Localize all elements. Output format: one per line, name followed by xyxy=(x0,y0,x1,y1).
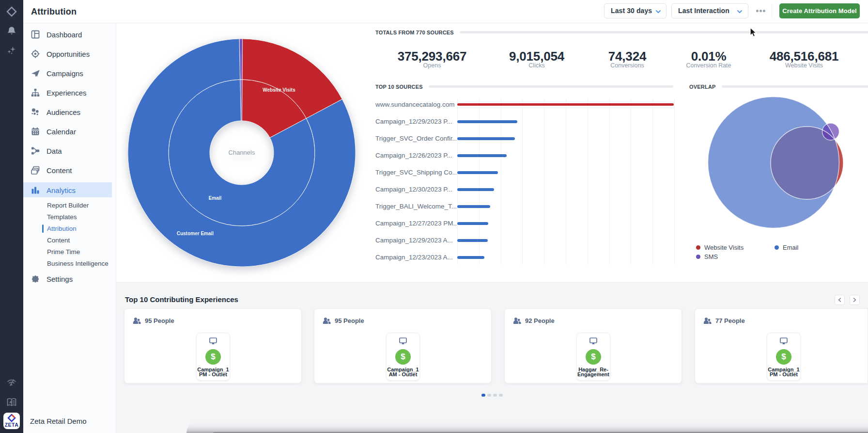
svg-text:ZETA: ZETA xyxy=(5,422,19,428)
svg-text:Email: Email xyxy=(209,195,222,201)
svg-text:A: A xyxy=(9,401,12,404)
svg-text:Customer Email: Customer Email xyxy=(177,231,214,236)
svg-text:Channels: Channels xyxy=(229,149,255,156)
svg-text:Website Visits: Website Visits xyxy=(263,87,295,93)
